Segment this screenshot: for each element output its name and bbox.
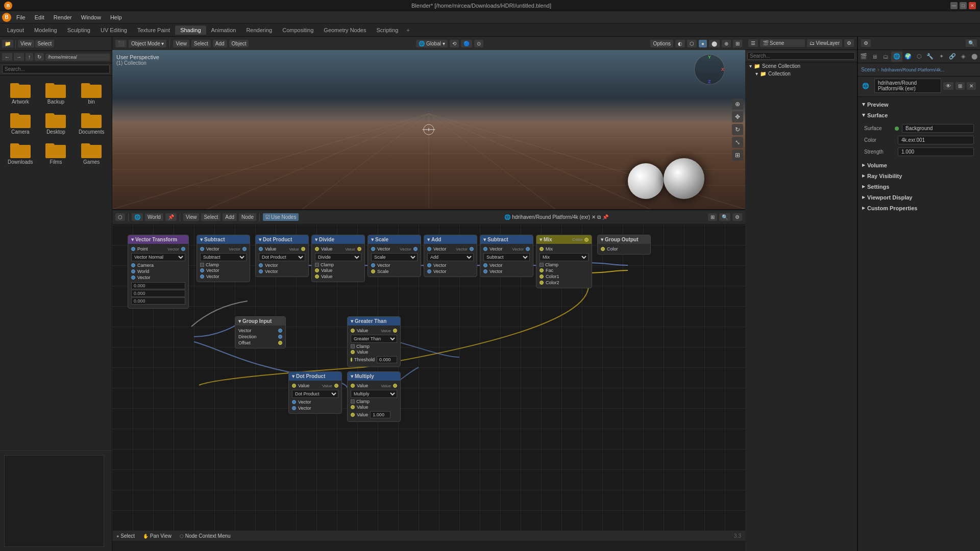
bc-hdri[interactable]: hdrihaven/Round Platform/4k... [881,67,945,72]
dotprod-op-select[interactable]: Dot Product [259,253,305,261]
fb-path[interactable]: /home/mircea/ [45,54,110,61]
toolbar-scale[interactable]: ⤡ [732,137,743,148]
object-props-icon[interactable]: ⬡ [914,52,925,62]
tab-shading[interactable]: Shading [175,26,206,35]
surface-section-header[interactable]: ▾ Surface [860,110,978,120]
input-socket[interactable] [351,405,355,409]
surface-type-value[interactable]: Background [902,124,974,133]
input-socket[interactable] [131,247,135,251]
input-socket[interactable] [200,268,204,272]
output-props-icon[interactable]: 🖥 [869,52,880,62]
menu-window[interactable]: Window [77,13,105,21]
viewport-editor-type[interactable]: ⬛ [115,40,127,47]
proportional-btn[interactable]: ⊙ [474,40,483,47]
custom-properties-section[interactable]: ▸ Custom Properties [860,203,978,213]
tab-uv-editing[interactable]: UV Editing [95,26,132,35]
input-socket[interactable] [483,269,487,273]
input-socket[interactable] [427,269,431,273]
xray-btn[interactable]: ⊞ [733,40,742,47]
subtract-op-select[interactable]: Subtract [200,253,247,261]
fb-editor-type[interactable]: 📁 [2,40,13,47]
overlay-btn[interactable]: ⊕ [722,40,731,47]
node-group-input[interactable]: ▾ Group Input Vector Direction [235,316,286,348]
strength-value[interactable]: 1.000 [898,147,974,156]
ne-view-menu[interactable]: View [183,213,200,221]
node-canvas[interactable]: ▾ Vector Transform Point Vector Vector N [112,224,745,541]
input-socket[interactable] [259,247,263,251]
tab-rendering[interactable]: Rendering [241,26,277,35]
ne-bc-copy[interactable]: ⧉ [597,214,601,220]
tab-scripting[interactable]: Scripting [371,26,403,35]
mix-op-select[interactable]: Mix [540,253,589,261]
output-socket[interactable] [131,276,135,280]
node-vector-transform[interactable]: ▾ Vector Transform Point Vector Vector N [128,235,189,309]
tab-sculpting[interactable]: Sculpting [62,26,95,35]
input-socket[interactable] [131,263,135,267]
ne-bc-pin[interactable]: 📌 [602,214,608,220]
ne-zoom-btn[interactable]: 🔍 [719,213,730,221]
global-btn[interactable]: 🌐 Global ▾ [416,40,447,47]
input-socket[interactable] [371,247,375,251]
ne-bc-close[interactable]: ✕ [592,214,596,220]
fb-select-btn[interactable]: Select [35,40,55,47]
settings-section-header[interactable]: ▸ Settings [860,181,978,192]
scene-props-icon[interactable]: 🌐 [891,52,902,62]
folder-backup[interactable]: Backup [40,80,72,107]
input-socket[interactable] [292,406,296,410]
menu-edit[interactable]: Edit [31,13,48,21]
input-socket[interactable] [292,400,296,404]
tab-compositing[interactable]: Compositing [277,26,318,35]
input-socket[interactable] [259,269,263,273]
ne-use-nodes-checkbox[interactable]: ☑ Use Nodes [263,213,299,221]
obj-hide-render[interactable]: 👁 [943,82,953,90]
folder-films[interactable]: Films [40,140,72,167]
output-socket[interactable] [242,247,247,251]
constraints-icon[interactable]: 🔗 [947,52,958,62]
mul-op-select[interactable]: Multiply [351,390,397,398]
outliner-collection[interactable]: ▾ 📁 Collection [751,70,857,78]
folder-downloads[interactable]: Downloads [4,140,37,167]
output-socket[interactable] [413,247,418,251]
threshold-socket[interactable] [351,358,352,362]
add-op-select[interactable]: Add [427,253,474,261]
node-subtract-2[interactable]: ▾ Subtract Vector Vector Subtract [480,235,533,277]
node-divide[interactable]: ▾ Divide Value Value Divide [311,235,365,282]
ray-visibility-section[interactable]: ▸ Ray Visibility [860,170,978,181]
shading-wire[interactable]: ⬡ [687,40,697,47]
fb-search-input[interactable] [2,65,110,73]
clamp-cb[interactable]: Clamp [315,262,361,267]
outliner-scene-collection[interactable]: ▾ 📁 Scene Collection [745,62,857,70]
object-menu[interactable]: Object [229,40,249,47]
value-input[interactable] [370,411,390,418]
preview-section-header[interactable]: ▾ Preview [860,99,978,110]
input-socket[interactable] [483,247,487,251]
folder-games[interactable]: Games [75,140,108,167]
scale-op-select[interactable]: Scale [371,253,418,261]
ne-world-type[interactable]: 🌐 [132,213,143,221]
view-menu[interactable]: View [173,40,189,47]
clamp-cb[interactable]: Clamp [351,399,397,404]
outliner-type-btn[interactable]: ☰ [748,39,758,47]
node-greater-than[interactable]: ▾ Greater Than Value Value Greater Than [347,316,401,367]
output-socket[interactable] [278,335,282,339]
input-socket[interactable] [315,268,319,272]
tab-animation[interactable]: Animation [206,26,241,35]
folder-bin[interactable]: bin [75,80,108,107]
toolbar-transform[interactable]: ⊞ [732,149,743,161]
volume-section-header[interactable]: ▸ Volume [860,160,978,170]
folder-camera[interactable]: Camera [4,110,37,137]
viewport-display-section[interactable]: ▸ Viewport Display [860,192,978,203]
input-socket[interactable] [540,274,544,279]
clamp-checkbox[interactable]: Clamp [200,262,247,267]
input-socket[interactable] [483,263,487,267]
output-socket[interactable] [470,247,474,251]
tab-modeling[interactable]: Modeling [29,26,62,35]
input-socket[interactable] [351,329,355,333]
color-value[interactable]: 4k.exr.001 [898,136,974,144]
shading-material[interactable]: ⬤ [709,40,720,47]
ne-add-menu[interactable]: Add [223,213,237,221]
add-menu[interactable]: Add [213,40,227,47]
view-layer-icon[interactable]: 🗂 [880,52,891,62]
toolbar-rotate[interactable]: ↻ [732,124,743,135]
shading-solid[interactable]: ◐ [675,40,685,47]
